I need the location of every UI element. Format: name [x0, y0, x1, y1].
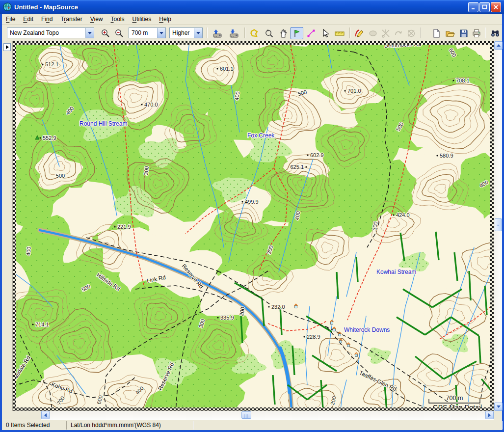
scroll-right-button[interactable] — [485, 411, 494, 419]
disabled-tool-4[interactable] — [405, 27, 418, 39]
stream-label: Round Hill Stream — [80, 120, 127, 127]
map-product-value: New Zealand Topo — [7, 29, 85, 36]
spot-height-dot — [241, 201, 243, 202]
selection-tool-button[interactable] — [319, 27, 332, 39]
toolbar-separator — [485, 27, 486, 38]
spot-height-label: 232.0 — [271, 304, 285, 310]
map-product-select[interactable]: New Zealand Topo — [7, 27, 94, 38]
zoom-out-button[interactable] — [113, 27, 126, 39]
scale-distance: 700 m — [446, 395, 463, 402]
find-button[interactable] — [489, 27, 502, 39]
spot-height-dot — [42, 63, 43, 65]
vertical-scroll-thumb[interactable]: ≡ — [495, 218, 502, 231]
contour-label: 400 — [25, 246, 32, 256]
spot-height-label: 701.0 — [347, 88, 361, 94]
menu-tools[interactable]: Tools — [107, 14, 129, 24]
spot-height-label: 470.0 — [144, 102, 158, 108]
zoom-scale-select[interactable]: 700 m — [129, 27, 166, 38]
route-tool-button[interactable] — [305, 27, 318, 39]
spot-height-label: 580.9 — [440, 153, 453, 159]
print-button[interactable] — [470, 27, 483, 39]
edit-tool-button[interactable] — [353, 27, 366, 39]
spot-height-dot — [303, 336, 305, 337]
spot-height-dot — [305, 166, 307, 167]
hand-tool-button[interactable] — [277, 27, 290, 39]
minimize-button[interactable] — [468, 2, 478, 12]
menu-help[interactable]: Help — [155, 14, 175, 24]
spot-height-dot — [344, 90, 345, 91]
spot-height-dot — [217, 317, 218, 318]
vertical-scrollbar[interactable]: ≡ — [494, 41, 502, 411]
spot-height-label: 602.9 — [310, 152, 324, 158]
close-button[interactable] — [491, 2, 501, 12]
position-format-status: Lat/Lon hddd°mm.mmm'(WGS 84) — [67, 421, 193, 430]
spot-height-dot — [268, 306, 269, 307]
collapsed-panel — [2, 41, 13, 411]
disabled-tool-1[interactable] — [367, 27, 379, 39]
window-title: Untitled - MapSource — [14, 3, 467, 11]
spot-height-label: 512.1 — [45, 61, 59, 67]
waypoint-tool-button[interactable] — [291, 27, 303, 39]
scroll-left-button[interactable] — [41, 411, 50, 419]
save-document-button[interactable] — [457, 27, 470, 39]
globe-icon — [3, 2, 12, 11]
title-bar[interactable]: Untitled - MapSource — [0, 0, 504, 14]
menu-find[interactable]: Find — [37, 14, 56, 24]
spot-height-dot — [141, 104, 142, 105]
horizontal-scroll-thumb[interactable]: ||| — [241, 411, 251, 419]
zoom-in-button[interactable] — [99, 27, 112, 39]
stream-label: Fox Creek — [247, 132, 275, 139]
contour-label: 500 — [56, 173, 65, 179]
zoom-scale-value: 700 m — [129, 29, 157, 36]
spot-height-label: 552.9 — [43, 135, 56, 141]
receive-from-gps-button[interactable] — [227, 27, 242, 39]
expand-panel-button[interactable] — [3, 43, 11, 51]
horizontal-scrollbar[interactable]: ||| — [41, 411, 494, 420]
scroll-up-button[interactable] — [494, 41, 503, 50]
menu-edit[interactable]: Edit — [19, 14, 37, 24]
maximize-button[interactable] — [479, 2, 490, 12]
selection-status: 0 Items Selected — [2, 421, 67, 430]
spot-height-dot — [307, 154, 308, 156]
menu-file[interactable]: File — [2, 14, 19, 24]
distance-tool-button[interactable] — [333, 27, 346, 39]
zoom-tool-button[interactable] — [263, 27, 275, 39]
toolbar-separator — [207, 27, 208, 38]
horizontal-scrollbar-row: ||| — [2, 411, 502, 420]
menu-view[interactable]: View — [86, 14, 107, 24]
chevron-down-icon[interactable] — [85, 28, 94, 38]
contour-label: 400 — [234, 91, 240, 101]
menu-transfer[interactable]: Transfer — [56, 14, 86, 24]
contour-label: 300 — [143, 166, 150, 176]
spot-height-label: 335.9 — [220, 315, 234, 321]
map-canvas[interactable]: 6004005004005003005004003004003005004003… — [13, 41, 494, 411]
spot-height-dot — [452, 80, 454, 81]
spot-height-dot — [216, 68, 218, 69]
menu-utilities[interactable]: Utilities — [129, 14, 156, 24]
spot-height-label: 625.1 — [290, 164, 304, 170]
menu-bar: FileEditFindTransferViewToolsUtilitiesHe… — [2, 14, 502, 25]
open-document-button[interactable] — [444, 27, 456, 39]
spot-height-dot — [436, 155, 438, 156]
spot-height-label: 221.9 — [117, 224, 131, 230]
disabled-tool-3[interactable] — [392, 27, 405, 39]
send-to-gps-button[interactable] — [211, 27, 225, 39]
spot-height-label: 708.1 — [456, 78, 470, 83]
new-document-button[interactable] — [430, 27, 443, 39]
toolbar-separator — [349, 27, 350, 38]
chevron-down-icon[interactable] — [157, 28, 165, 38]
place-label: Whiterock Downs — [344, 326, 390, 333]
right-arrow-icon — [6, 45, 9, 49]
stream-label: Kowhai Stream — [376, 269, 416, 275]
mapsource-window: Untitled - MapSource FileEditFindTransfe… — [0, 0, 504, 432]
detail-level-value: Higher — [170, 29, 194, 36]
map-select-tool-button[interactable] — [248, 27, 261, 39]
spot-height-label: 714.1 — [35, 322, 49, 327]
scroll-down-button[interactable] — [494, 403, 503, 411]
chevron-down-icon[interactable] — [194, 28, 202, 38]
spot-height-label: 601.1 — [220, 66, 234, 72]
detail-level-select[interactable]: Higher — [169, 27, 203, 38]
spot-height-dot — [393, 214, 394, 216]
spot-height-dot — [114, 226, 115, 227]
disabled-tool-2[interactable] — [379, 27, 392, 39]
